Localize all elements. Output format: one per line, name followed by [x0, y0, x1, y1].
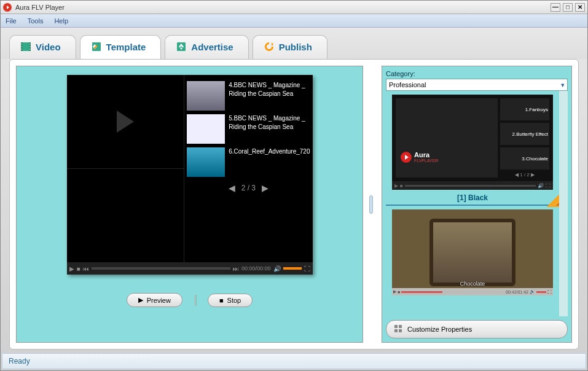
- template-list-item: 1.Fanboys: [500, 98, 549, 120]
- svg-rect-14: [399, 329, 402, 332]
- button-label: Stop: [227, 297, 241, 304]
- tab-advertise[interactable]: Advertise: [165, 35, 248, 59]
- play-icon: ▶: [138, 296, 143, 304]
- play-overlay-icon[interactable]: [117, 111, 134, 133]
- mini-play-icon: ▶: [394, 183, 398, 189]
- content-area: 4.BBC NEWS _ Magazine _ Riding the Caspi…: [9, 59, 579, 350]
- playlist-item-title: 4.BBC NEWS _ Magazine _ Riding the Caspi…: [229, 81, 310, 111]
- svg-point-8: [29, 49, 31, 50]
- pager-text: 2 / 3: [241, 184, 256, 192]
- template-pager: 1 / 2: [520, 172, 530, 178]
- mini-vol-bar: [536, 291, 546, 293]
- preview-button[interactable]: ▶ Preview: [127, 293, 182, 307]
- svg-rect-13: [394, 329, 398, 332]
- playlist-item[interactable]: 6.Coral_Reef_Adventure_720: [187, 147, 310, 177]
- tab-label: Advertise: [191, 42, 233, 52]
- menu-tools[interactable]: Tools: [28, 17, 44, 25]
- video-area: [67, 75, 185, 262]
- play-icon[interactable]: ▶: [69, 265, 74, 272]
- template-icon: [90, 41, 103, 53]
- playlist-thumb: [187, 81, 225, 111]
- button-label: Preview: [147, 297, 171, 304]
- publish-icon: [263, 41, 275, 53]
- template-name: [1] Black: [386, 191, 559, 205]
- mini-seek: [401, 291, 504, 293]
- tab-template[interactable]: Template: [80, 35, 162, 59]
- playlist-item[interactable]: 4.BBC NEWS _ Magazine _ Riding the Caspi…: [187, 81, 310, 111]
- stop-icon: ■: [219, 297, 224, 304]
- svg-point-6: [29, 44, 31, 45]
- stop-icon[interactable]: ■: [77, 265, 80, 272]
- volume-icon[interactable]: 🔊: [273, 265, 281, 272]
- mini-fs-icon: ⛶: [547, 290, 552, 294]
- mini-vol-icon: 🔊: [538, 183, 544, 189]
- close-button[interactable]: ✕: [575, 3, 585, 12]
- playlist-item[interactable]: 5.BBC NEWS _ Magazine _ Riding the Caspi…: [187, 114, 310, 144]
- playlist-thumb: [187, 114, 225, 144]
- titlebar: Aura FLV Player — □ ✕: [1, 1, 587, 14]
- fullscreen-icon[interactable]: ⛶: [304, 265, 310, 272]
- window-title: Aura FLV Player: [15, 4, 551, 11]
- statusbar: Ready: [2, 353, 586, 369]
- app-icon: [3, 3, 12, 12]
- mini-vol-icon: 🔊: [530, 289, 535, 294]
- template-list-item: 3.Chocolate: [500, 147, 549, 170]
- mini-play-icon: ▶: [393, 289, 396, 294]
- time-display: 00:00/00:00: [241, 265, 271, 271]
- tabs: Video Template Advertise Publish: [1, 28, 587, 59]
- prev-icon[interactable]: ⏮: [83, 265, 89, 272]
- svg-point-3: [22, 44, 23, 45]
- template-card-black[interactable]: Aura FLVPLAYER 1.Fanboys 2.Butterfly Eff…: [386, 93, 559, 205]
- minimize-button[interactable]: —: [551, 3, 560, 12]
- mini-seek: [405, 185, 536, 187]
- stop-button[interactable]: ■ Stop: [208, 294, 253, 307]
- menu-help[interactable]: Help: [54, 17, 68, 25]
- aura-logo-text: Aura: [414, 151, 438, 158]
- template-thumbnail: Chocolate ▶ ■ 00:42/01:42 🔊 ⛶: [392, 209, 553, 295]
- maximize-button[interactable]: □: [563, 3, 573, 12]
- status-text: Ready: [9, 357, 30, 365]
- settings-icon: [394, 324, 402, 334]
- divider: [195, 295, 195, 306]
- pager-next-icon[interactable]: ▶: [262, 183, 269, 193]
- templates-panel: Category: Professional Aura: [382, 66, 572, 343]
- pager-prev-icon[interactable]: ◀: [229, 183, 235, 193]
- menu-file[interactable]: File: [6, 17, 17, 25]
- mini-time: 00:42/01:42: [506, 290, 528, 294]
- category-label: Category:: [386, 70, 568, 77]
- tab-label: Video: [36, 42, 61, 52]
- button-label: Customize Properties: [407, 326, 472, 333]
- volume-bar[interactable]: [283, 267, 302, 270]
- customize-properties-button[interactable]: Customize Properties: [386, 320, 568, 338]
- advertise-icon: [175, 41, 187, 53]
- playlist-item-title: 5.BBC NEWS _ Magazine _ Riding the Caspi…: [229, 114, 310, 144]
- playlist-thumb: [187, 147, 225, 177]
- mini-stop-icon: ■: [400, 183, 403, 189]
- seek-bar[interactable]: [92, 267, 230, 270]
- category-select[interactable]: Professional: [386, 79, 568, 91]
- tab-video[interactable]: Video: [9, 35, 76, 59]
- playlist-item-title: 6.Coral_Reef_Adventure_720: [229, 147, 310, 177]
- mini-stop-icon: ■: [398, 290, 400, 294]
- template-thumbnail: Aura FLVPLAYER 1.Fanboys 2.Butterfly Eff…: [392, 95, 553, 190]
- category-value: Professional: [389, 81, 426, 88]
- svg-point-4: [22, 46, 23, 47]
- template-card-chocolate[interactable]: Chocolate ▶ ■ 00:42/01:42 🔊 ⛶: [386, 208, 559, 297]
- film-icon: [20, 41, 32, 53]
- svg-point-5: [22, 49, 23, 50]
- tab-label: Publish: [279, 42, 312, 52]
- splitter-handle[interactable]: [369, 66, 375, 343]
- tab-publish[interactable]: Publish: [253, 35, 327, 59]
- tab-label: Template: [106, 42, 146, 52]
- svg-rect-11: [394, 325, 398, 328]
- svg-rect-12: [399, 325, 402, 328]
- template-overlay-label: Chocolate: [392, 281, 553, 287]
- svg-point-7: [29, 46, 31, 47]
- mini-fs-icon: ⛶: [546, 183, 551, 189]
- aura-logo-sub: FLVPLAYER: [414, 158, 438, 163]
- templates-list: Aura FLVPLAYER 1.Fanboys 2.Butterfly Eff…: [386, 93, 559, 316]
- menubar: File Tools Help: [1, 14, 587, 28]
- next-icon[interactable]: ⏭: [233, 265, 239, 272]
- template-list-item: 2.Butterfly Effect: [500, 123, 549, 145]
- scrollbar[interactable]: [559, 91, 568, 316]
